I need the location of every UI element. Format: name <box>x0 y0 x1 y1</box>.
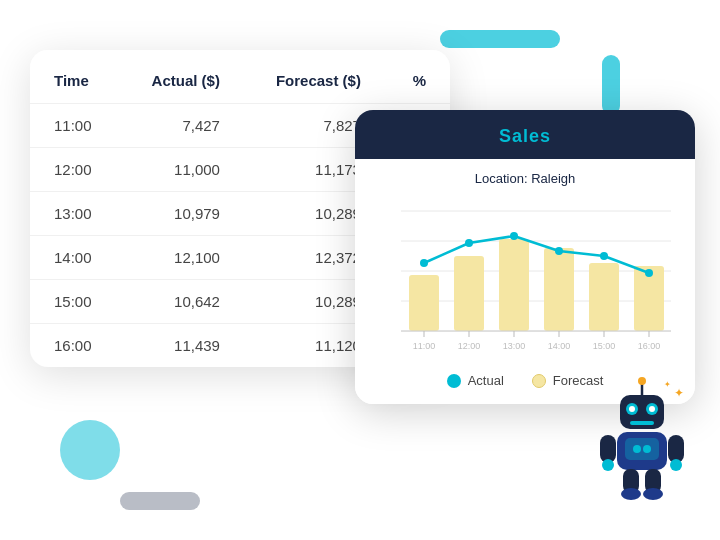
svg-point-24 <box>649 406 655 412</box>
svg-point-33 <box>670 459 682 471</box>
legend-dot-forecast <box>532 374 546 388</box>
cell-time-1: 12:00 <box>30 148 121 192</box>
svg-text:14:00: 14:00 <box>548 341 571 351</box>
dot-4 <box>555 247 563 255</box>
table-header-row: Time Actual ($) Forecast ($) % <box>30 50 450 104</box>
cell-time-2: 13:00 <box>30 192 121 236</box>
deco-navy-bottom <box>120 492 200 510</box>
cell-actual-2: 10,979 <box>121 192 244 236</box>
svg-rect-31 <box>668 435 684 463</box>
chart-title: Sales <box>499 126 551 146</box>
col-time: Time <box>30 50 121 104</box>
svg-point-32 <box>602 459 614 471</box>
robot-svg: ✦ ✦ <box>592 375 692 505</box>
svg-text:12:00: 12:00 <box>458 341 481 351</box>
col-actual: Actual ($) <box>121 50 244 104</box>
chart-subheader: Location: Raleigh <box>355 159 695 193</box>
cell-time-4: 15:00 <box>30 280 121 324</box>
svg-text:13:00: 13:00 <box>503 341 526 351</box>
dot-5 <box>600 252 608 260</box>
svg-point-28 <box>633 445 641 453</box>
legend-actual-label: Actual <box>468 373 504 388</box>
deco-teal-top <box>440 30 560 48</box>
dot-1 <box>420 259 428 267</box>
bar-5 <box>589 263 619 331</box>
chart-area: 11:00 12:00 13:00 14:00 15:00 16:00 <box>355 193 695 363</box>
svg-rect-25 <box>630 421 654 425</box>
legend-dot-actual <box>447 374 461 388</box>
svg-rect-27 <box>625 438 659 460</box>
cell-time-0: 11:00 <box>30 104 121 148</box>
dot-2 <box>465 239 473 247</box>
legend-actual: Actual <box>447 373 504 388</box>
svg-point-23 <box>629 406 635 412</box>
svg-point-19 <box>638 377 646 385</box>
bar-3 <box>499 239 529 331</box>
svg-rect-30 <box>600 435 616 463</box>
chart-card: Sales Location: Raleigh <box>355 110 695 404</box>
svg-point-29 <box>643 445 651 453</box>
chart-header: Sales <box>355 110 695 159</box>
svg-point-36 <box>621 488 641 500</box>
bar-1 <box>409 275 439 331</box>
bar-2 <box>454 256 484 331</box>
cell-actual-3: 12,100 <box>121 236 244 280</box>
cell-actual-0: 7,427 <box>121 104 244 148</box>
scene: Time Actual ($) Forecast ($) % 11:007,42… <box>0 0 720 540</box>
svg-point-37 <box>643 488 663 500</box>
robot-illustration: ✦ ✦ <box>592 375 692 505</box>
chart-location: Location: Raleigh <box>475 171 575 186</box>
cell-time-5: 16:00 <box>30 324 121 368</box>
svg-text:✦: ✦ <box>674 386 684 400</box>
bar-4 <box>544 248 574 331</box>
cell-actual-5: 11,439 <box>121 324 244 368</box>
cell-actual-1: 11,000 <box>121 148 244 192</box>
svg-text:15:00: 15:00 <box>593 341 616 351</box>
dot-3 <box>510 232 518 240</box>
chart-svg: 11:00 12:00 13:00 14:00 15:00 16:00 <box>371 201 679 356</box>
svg-text:11:00: 11:00 <box>413 341 436 351</box>
dot-6 <box>645 269 653 277</box>
cell-actual-4: 10,642 <box>121 280 244 324</box>
svg-text:16:00: 16:00 <box>638 341 661 351</box>
svg-text:✦: ✦ <box>664 380 671 389</box>
col-forecast: Forecast ($) <box>244 50 385 104</box>
cell-time-3: 14:00 <box>30 236 121 280</box>
deco-teal-bottom-left <box>60 420 120 480</box>
col-pct: % <box>385 50 450 104</box>
deco-teal-right <box>602 55 620 115</box>
